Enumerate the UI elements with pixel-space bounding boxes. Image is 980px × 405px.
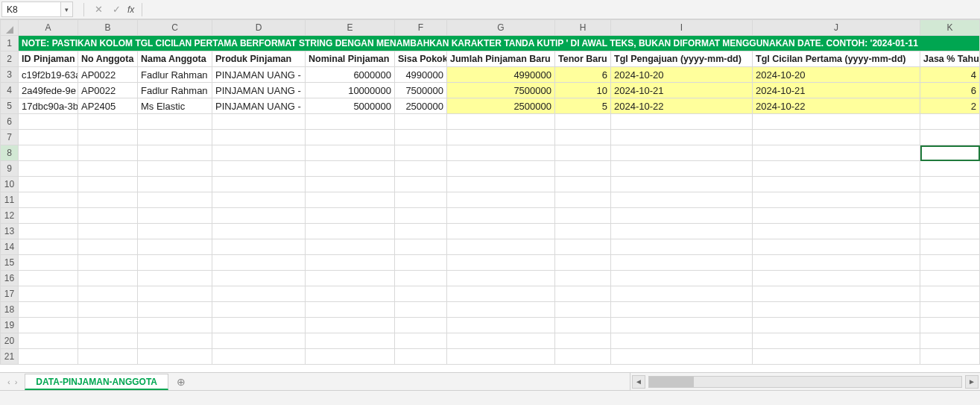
note-banner[interactable]: NOTE: PASTIKAN KOLOM TGL CICILAN PERTAMA… bbox=[19, 36, 980, 51]
horizontal-scrollbar[interactable]: ◄ ► bbox=[630, 373, 980, 390]
cell[interactable]: 4 bbox=[920, 67, 980, 83]
fx-icon[interactable]: fx bbox=[127, 4, 134, 15]
cell[interactable] bbox=[920, 302, 980, 318]
row-header-18[interactable]: 18 bbox=[1, 302, 19, 318]
column-header-F[interactable]: F bbox=[395, 20, 447, 36]
column-header-G[interactable]: G bbox=[447, 20, 555, 36]
cell[interactable] bbox=[19, 318, 78, 333]
sheet-tab-active[interactable]: DATA-PINJAMAN-ANGGOTA bbox=[25, 374, 168, 390]
cell[interactable] bbox=[78, 224, 138, 239]
cell[interactable] bbox=[306, 302, 395, 318]
cell[interactable] bbox=[555, 161, 611, 177]
cell[interactable] bbox=[611, 145, 753, 161]
cell[interactable] bbox=[212, 130, 306, 145]
column-header-J[interactable]: J bbox=[753, 20, 920, 36]
cell[interactable] bbox=[138, 177, 212, 192]
cell[interactable] bbox=[555, 177, 611, 192]
cell[interactable] bbox=[447, 145, 555, 161]
cell[interactable]: 2024-10-21 bbox=[753, 83, 920, 98]
cell[interactable] bbox=[920, 333, 980, 349]
cell[interactable] bbox=[447, 192, 555, 208]
row-header-13[interactable]: 13 bbox=[1, 224, 19, 239]
cell[interactable] bbox=[555, 130, 611, 145]
field-header[interactable]: Nama Anggota bbox=[138, 51, 212, 67]
formula-input[interactable] bbox=[150, 0, 980, 19]
cell[interactable] bbox=[753, 224, 920, 239]
field-header[interactable]: Jumlah Pinjaman Baru bbox=[447, 51, 555, 67]
cell[interactable] bbox=[753, 239, 920, 255]
cell[interactable] bbox=[753, 130, 920, 145]
cell[interactable] bbox=[138, 286, 212, 302]
cell[interactable] bbox=[395, 239, 447, 255]
cell[interactable] bbox=[306, 333, 395, 349]
row-header-8[interactable]: 8 bbox=[1, 145, 19, 161]
cell[interactable] bbox=[138, 130, 212, 145]
cell[interactable] bbox=[555, 271, 611, 286]
cell[interactable]: Fadlur Rahman bbox=[138, 83, 212, 98]
cell[interactable] bbox=[138, 255, 212, 271]
cell[interactable] bbox=[611, 333, 753, 349]
cell[interactable] bbox=[19, 349, 78, 365]
cell[interactable] bbox=[753, 208, 920, 224]
cell[interactable]: 4990000 bbox=[395, 67, 447, 83]
cell[interactable]: 2024-10-20 bbox=[611, 67, 753, 83]
cell[interactable]: 10000000 bbox=[306, 83, 395, 98]
cell[interactable] bbox=[19, 177, 78, 192]
cell[interactable] bbox=[395, 177, 447, 192]
cell[interactable]: 6 bbox=[555, 67, 611, 83]
cell[interactable] bbox=[920, 286, 980, 302]
field-header[interactable]: No Anggota bbox=[78, 51, 138, 67]
cell[interactable] bbox=[555, 349, 611, 365]
cell[interactable]: 2500000 bbox=[447, 98, 555, 114]
cell[interactable]: 2024-10-22 bbox=[753, 98, 920, 114]
cell[interactable] bbox=[78, 255, 138, 271]
cell[interactable] bbox=[212, 271, 306, 286]
cell[interactable] bbox=[920, 192, 980, 208]
row-header-21[interactable]: 21 bbox=[1, 349, 19, 365]
cell[interactable] bbox=[78, 333, 138, 349]
cell[interactable] bbox=[212, 177, 306, 192]
cell[interactable] bbox=[555, 114, 611, 130]
cell[interactable]: 2 bbox=[920, 98, 980, 114]
cell[interactable] bbox=[447, 239, 555, 255]
name-box-dropdown-icon[interactable]: ▾ bbox=[61, 1, 73, 17]
hscroll-left-icon[interactable]: ◄ bbox=[632, 375, 645, 389]
cell[interactable] bbox=[306, 114, 395, 130]
cell[interactable]: 2024-10-20 bbox=[753, 67, 920, 83]
cell[interactable]: 2024-10-22 bbox=[611, 98, 753, 114]
field-header[interactable]: Tenor Baru bbox=[555, 51, 611, 67]
cell[interactable] bbox=[447, 302, 555, 318]
cell[interactable] bbox=[395, 114, 447, 130]
cell[interactable] bbox=[19, 333, 78, 349]
hscroll-thumb[interactable] bbox=[649, 377, 694, 387]
cell[interactable] bbox=[753, 177, 920, 192]
cell[interactable] bbox=[753, 271, 920, 286]
cell[interactable] bbox=[78, 177, 138, 192]
cell[interactable]: 2500000 bbox=[395, 98, 447, 114]
cell[interactable] bbox=[920, 255, 980, 271]
cell[interactable] bbox=[212, 224, 306, 239]
row-header-2[interactable]: 2 bbox=[1, 51, 19, 67]
cell[interactable] bbox=[395, 318, 447, 333]
cell[interactable] bbox=[212, 114, 306, 130]
row-header-16[interactable]: 16 bbox=[1, 271, 19, 286]
cell[interactable]: PINJAMAN UANG - bbox=[212, 67, 306, 83]
cell[interactable] bbox=[611, 161, 753, 177]
cell[interactable] bbox=[138, 208, 212, 224]
row-header-19[interactable]: 19 bbox=[1, 318, 19, 333]
cell[interactable] bbox=[395, 224, 447, 239]
cell[interactable] bbox=[447, 161, 555, 177]
cell[interactable] bbox=[395, 349, 447, 365]
cell[interactable]: 5000000 bbox=[306, 98, 395, 114]
row-header-3[interactable]: 3 bbox=[1, 67, 19, 83]
cell[interactable] bbox=[78, 145, 138, 161]
cell[interactable] bbox=[753, 114, 920, 130]
cell[interactable] bbox=[611, 286, 753, 302]
cell[interactable] bbox=[611, 349, 753, 365]
cell[interactable]: 2024-10-21 bbox=[611, 83, 753, 98]
cell[interactable] bbox=[555, 318, 611, 333]
column-header-C[interactable]: C bbox=[138, 20, 212, 36]
cell[interactable] bbox=[753, 255, 920, 271]
add-sheet-button[interactable]: ⊕ bbox=[173, 373, 189, 390]
row-header-15[interactable]: 15 bbox=[1, 255, 19, 271]
